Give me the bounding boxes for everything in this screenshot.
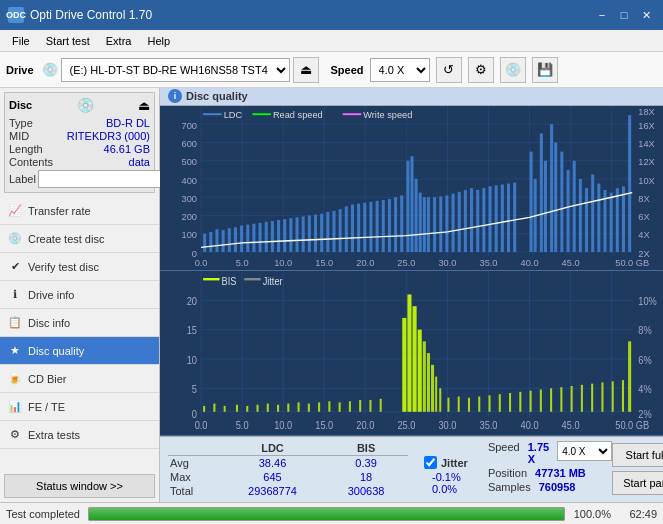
svg-text:100: 100 <box>182 230 198 239</box>
svg-rect-174 <box>318 402 320 411</box>
samples-value: 760958 <box>539 481 576 493</box>
app-title: Opti Drive Control 1.70 <box>30 8 152 22</box>
svg-rect-111 <box>585 188 588 252</box>
cd-bier-icon: 🍺 <box>8 372 22 386</box>
sidebar-item-disc-quality[interactable]: ★ Disc quality <box>0 337 159 365</box>
avg-bis: 0.39 <box>324 456 408 471</box>
avg-label: Avg <box>168 456 221 471</box>
sidebar-item-cd-bier[interactable]: 🍺 CD Bier <box>0 365 159 393</box>
menubar: File Start test Extra Help <box>0 30 663 52</box>
svg-text:50.0 GB: 50.0 GB <box>615 420 649 432</box>
start-full-button[interactable]: Start full <box>612 443 663 467</box>
disc-button[interactable]: 💿 <box>500 57 526 83</box>
verify-test-disc-label: Verify test disc <box>28 261 99 273</box>
svg-text:16X: 16X <box>638 121 655 130</box>
speed-label: Speed <box>331 64 364 76</box>
svg-rect-202 <box>571 386 573 412</box>
svg-text:45.0: 45.0 <box>562 258 580 267</box>
svg-rect-168 <box>256 404 258 411</box>
settings-button[interactable]: ⚙ <box>468 57 494 83</box>
svg-rect-167 <box>246 406 248 412</box>
progress-status: Test completed <box>6 508 80 520</box>
menu-help[interactable]: Help <box>139 33 178 49</box>
label-input[interactable] <box>38 170 171 188</box>
svg-rect-211 <box>244 278 260 280</box>
menu-extra[interactable]: Extra <box>98 33 140 49</box>
drive-info-label: Drive info <box>28 289 74 301</box>
svg-rect-176 <box>339 402 341 411</box>
svg-text:0: 0 <box>192 408 198 420</box>
max-ldc: 645 <box>221 470 324 484</box>
svg-text:200: 200 <box>182 212 198 221</box>
svg-text:400: 400 <box>182 176 198 185</box>
svg-text:12X: 12X <box>638 157 655 166</box>
svg-rect-108 <box>567 169 570 251</box>
create-test-disc-icon: 💿 <box>8 232 22 246</box>
buttons-section: Start full Start part <box>612 441 663 495</box>
disc-quality-icon: ★ <box>8 344 22 358</box>
save-button[interactable]: 💾 <box>532 57 558 83</box>
svg-rect-185 <box>423 341 426 411</box>
svg-rect-66 <box>314 214 317 251</box>
svg-text:10: 10 <box>187 354 198 366</box>
svg-rect-61 <box>283 219 286 252</box>
svg-text:2%: 2% <box>638 408 652 420</box>
svg-text:25.0: 25.0 <box>397 258 415 267</box>
disc-section-label: Disc <box>9 99 32 111</box>
disc-icon: 💿 <box>77 97 94 113</box>
start-part-button[interactable]: Start part <box>612 471 663 495</box>
jitter-checkbox[interactable] <box>424 456 437 469</box>
speed-select-stats[interactable]: 4.0 X <box>557 441 612 461</box>
avg-row: Avg 38.46 0.39 <box>168 456 408 471</box>
eject-button[interactable]: ⏏ <box>293 57 319 83</box>
svg-rect-190 <box>447 397 449 411</box>
svg-text:8X: 8X <box>638 194 649 203</box>
svg-text:6%: 6% <box>638 354 652 366</box>
svg-rect-110 <box>579 179 582 252</box>
svg-rect-93 <box>470 188 473 252</box>
svg-rect-178 <box>359 400 361 412</box>
status-window-button[interactable]: Status window >> <box>4 474 155 498</box>
total-ldc: 29368774 <box>221 484 324 498</box>
length-label: Length <box>9 143 43 155</box>
progress-bar-area: Test completed 100.0% 62:49 <box>0 502 663 524</box>
menu-file[interactable]: File <box>4 33 38 49</box>
svg-rect-165 <box>224 406 226 412</box>
app-icon: ODC <box>8 7 24 23</box>
speed-key: Speed <box>488 441 520 465</box>
refresh-button[interactable]: ↺ <box>436 57 462 83</box>
svg-text:Jitter: Jitter <box>263 275 284 287</box>
drive-select[interactable]: (E:) HL-DT-ST BD-RE WH16NS58 TST4 <box>61 58 290 82</box>
svg-rect-67 <box>320 213 323 251</box>
left-panel: Disc 💿 ⏏ Type BD-R DL MID RITEKDR3 (000)… <box>0 88 160 502</box>
ldc-col-header: LDC <box>221 441 324 456</box>
svg-rect-204 <box>591 383 593 411</box>
maximize-button[interactable]: □ <box>615 7 633 23</box>
samples-key: Samples <box>488 481 531 493</box>
sidebar-item-drive-info[interactable]: ℹ Drive info <box>0 281 159 309</box>
verify-test-disc-icon: ✔ <box>8 260 22 274</box>
toolbar: Drive 💿 (E:) HL-DT-ST BD-RE WH16NS58 TST… <box>0 52 663 88</box>
svg-rect-96 <box>488 186 491 252</box>
sidebar-item-create-test-disc[interactable]: 💿 Create test disc <box>0 225 159 253</box>
svg-rect-177 <box>349 401 351 412</box>
minimize-button[interactable]: − <box>593 7 611 23</box>
charts-area: 0 100 200 300 400 500 600 700 2X 4X 6X 8… <box>160 106 663 436</box>
svg-text:8%: 8% <box>638 325 652 337</box>
sidebar-item-disc-info[interactable]: 📋 Disc info <box>0 309 159 337</box>
sidebar-item-verify-test-disc[interactable]: ✔ Verify test disc <box>0 253 159 281</box>
svg-rect-73 <box>357 203 360 251</box>
svg-rect-70 <box>339 209 342 252</box>
menu-start-test[interactable]: Start test <box>38 33 98 49</box>
top-chart: 0 100 200 300 400 500 600 700 2X 4X 6X 8… <box>160 106 663 271</box>
sidebar-item-transfer-rate[interactable]: 📈 Transfer rate <box>0 197 159 225</box>
close-button[interactable]: ✕ <box>637 7 655 23</box>
svg-text:0.0: 0.0 <box>195 258 208 267</box>
svg-text:5.0: 5.0 <box>236 420 249 432</box>
sidebar-item-extra-tests[interactable]: ⚙ Extra tests <box>0 421 159 449</box>
sidebar-item-fe-te[interactable]: 📊 FE / TE <box>0 393 159 421</box>
svg-rect-107 <box>560 151 563 251</box>
svg-rect-57 <box>259 222 262 251</box>
contents-value: data <box>129 156 150 168</box>
speed-select[interactable]: 4.0 X 2.0 X 1.0 X <box>370 58 430 82</box>
